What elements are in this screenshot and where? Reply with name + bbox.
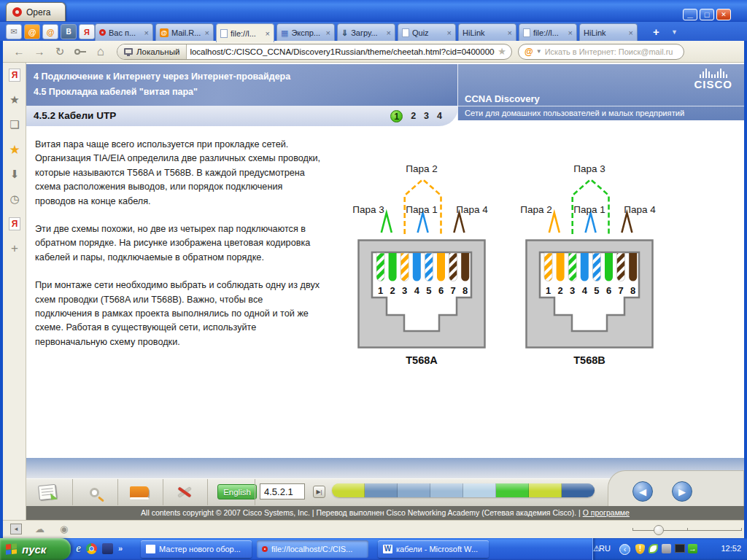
minimize-button[interactable] <box>683 9 697 20</box>
media-quicklaunch-icon[interactable] <box>102 543 113 554</box>
tab-close-icon[interactable]: × <box>144 28 149 37</box>
taskbar-task-button[interactable]: file://localhost/C:/CIS... <box>257 540 368 558</box>
opera-menu-button[interactable]: Opera <box>6 2 66 21</box>
tab-close-icon[interactable]: × <box>508 28 512 37</box>
warning-tray-icon[interactable]: ⚠ <box>593 544 600 553</box>
tab-close-icon[interactable]: × <box>447 28 452 37</box>
unit-title: 4 Подключение к Интернету через Интернет… <box>26 64 457 82</box>
paint-tray-icon[interactable] <box>662 544 671 553</box>
go-to-section-button[interactable]: ▶| <box>313 486 325 498</box>
search-input[interactable] <box>545 47 678 56</box>
shield-tray-icon[interactable]: ! <box>635 544 645 554</box>
page-number-1[interactable]: 1 <box>390 110 403 122</box>
mailru-at-icon[interactable]: @ <box>24 24 40 39</box>
back-icon[interactable]: ← <box>9 45 29 58</box>
bookmarks-star-icon[interactable]: ★ <box>3 88 26 112</box>
progress-segment <box>463 483 496 497</box>
tab-close-icon[interactable]: × <box>205 28 209 37</box>
section-code-input[interactable] <box>260 483 305 499</box>
turbo-cloud-icon[interactable]: ☁ <box>35 524 44 534</box>
brand-divider <box>458 106 744 106</box>
taskbar-task-button[interactable]: Мастер нового обор... <box>141 540 252 558</box>
ie-quicklaunch-icon[interactable]: e <box>76 542 81 554</box>
start-button[interactable]: пуск <box>0 538 71 560</box>
downloads-icon[interactable]: ⬇ <box>3 162 26 187</box>
sync-compass-icon[interactable]: ◉ <box>60 524 68 534</box>
search-engine-icon[interactable]: @ <box>525 47 533 57</box>
vkontakte-icon[interactable]: B <box>61 24 77 39</box>
yandex-page-icon[interactable]: Я <box>9 69 20 82</box>
tab-close-icon[interactable]: × <box>568 28 573 37</box>
browser-tab[interactable]: @Mail.R...× <box>155 23 214 41</box>
tab-close-icon[interactable]: × <box>387 28 391 37</box>
svg-text:6: 6 <box>606 285 611 296</box>
tab-close-icon[interactable]: × <box>326 28 330 37</box>
previous-page-button[interactable]: ◀ <box>632 481 653 502</box>
leaf-tray-icon[interactable] <box>649 544 658 553</box>
taskbar-task-button[interactable]: Wкабели - Microsoft W... <box>378 540 489 558</box>
quicklaunch-overflow-icon[interactable]: » <box>118 544 123 553</box>
notes-icon[interactable]: ❏ <box>3 112 26 137</box>
browser-tab[interactable]: file://l...× <box>216 23 274 42</box>
page-number-2[interactable]: 2 <box>411 111 416 121</box>
maximize-button[interactable] <box>700 9 714 20</box>
search-course-icon[interactable] <box>82 481 107 503</box>
browser-tab[interactable]: Вас п...× <box>95 23 153 41</box>
home-icon[interactable]: ⌂ <box>90 44 111 59</box>
screen-tray-icon[interactable] <box>675 544 685 553</box>
glossary-book-icon[interactable] <box>127 481 152 503</box>
browser-tab[interactable]: file://l...× <box>519 23 577 41</box>
tab-bar: ✉@@BЯ Вас п...×@Mail.R...×file://l...×▦Э… <box>0 22 747 41</box>
next-page-button[interactable]: ▶ <box>672 481 692 502</box>
zoom-slider-knob[interactable] <box>654 525 664 535</box>
t568a-diagram: Пара 2Пара 3Пара 1Пара 412345678T568A <box>357 239 486 351</box>
favorites-star-icon[interactable]: ★ <box>3 137 26 162</box>
reload-icon[interactable]: ↻ <box>50 45 70 58</box>
tab-list-dropdown-icon[interactable]: ▼ <box>671 28 678 36</box>
page-number-3[interactable]: 3 <box>424 111 429 121</box>
add-panel-icon[interactable]: + <box>3 236 26 261</box>
browser-tab[interactable]: HiLink× <box>458 23 516 41</box>
mail-icon[interactable]: ✉ <box>6 24 22 39</box>
browser-tab[interactable]: HiLink× <box>579 23 638 41</box>
panel-toggle-icon[interactable]: ◂ <box>10 524 22 534</box>
pair-label: Пара 1 <box>406 204 438 215</box>
history-clock-icon[interactable]: ◷ <box>3 187 26 211</box>
bookmark-star-icon[interactable]: ★ <box>498 46 511 57</box>
top-pair-label: Пара 2 <box>406 163 438 174</box>
search-at-icon[interactable]: @ <box>42 24 58 39</box>
svg-text:4: 4 <box>414 285 420 296</box>
tools-icon[interactable] <box>172 481 197 503</box>
close-button[interactable] <box>716 9 731 20</box>
search-dropdown-icon[interactable]: ▼ <box>536 48 542 55</box>
page-number-4[interactable]: 4 <box>437 111 442 121</box>
window-controls <box>683 9 731 20</box>
zoom-slider-track[interactable] <box>632 530 742 531</box>
browser-tabs: Вас п...×@Mail.R...×file://l...×▦Экспр..… <box>95 23 638 41</box>
new-tab-button[interactable]: + <box>653 26 659 38</box>
forward-icon[interactable]: → <box>29 45 50 58</box>
tab-close-icon[interactable]: × <box>629 28 633 37</box>
progress-segment <box>430 483 463 497</box>
protocol-button[interactable]: Локальный <box>117 44 187 59</box>
hide-tray-icons-button[interactable]: ‹ <box>619 544 630 555</box>
lesson-progress-bar[interactable] <box>332 483 595 497</box>
update-tray-icon[interactable]: → <box>688 544 697 553</box>
wand-key-icon[interactable] <box>70 49 90 55</box>
url-input[interactable] <box>187 47 498 56</box>
svg-text:8: 8 <box>462 285 468 296</box>
index-notes-icon[interactable] <box>35 481 60 503</box>
tab-close-icon[interactable]: × <box>266 29 270 38</box>
yandex-page-2-icon[interactable]: Я <box>9 217 20 230</box>
search-field[interactable]: @ ▼ <box>518 44 684 60</box>
yandex-icon[interactable]: Я <box>79 24 95 39</box>
language-button[interactable]: English <box>217 484 257 499</box>
language-indicator[interactable]: RU <box>599 544 611 553</box>
word-task-icon: W <box>383 545 392 553</box>
browser-tab[interactable]: ⇓Загру...× <box>337 23 395 41</box>
browser-tab[interactable]: Quiz× <box>398 23 456 41</box>
address-bar[interactable]: Локальный ★ <box>117 44 512 60</box>
chrome-quicklaunch-icon[interactable] <box>86 543 97 554</box>
about-link[interactable]: О программе <box>583 508 630 517</box>
browser-tab[interactable]: ▦Экспр...× <box>276 23 335 41</box>
